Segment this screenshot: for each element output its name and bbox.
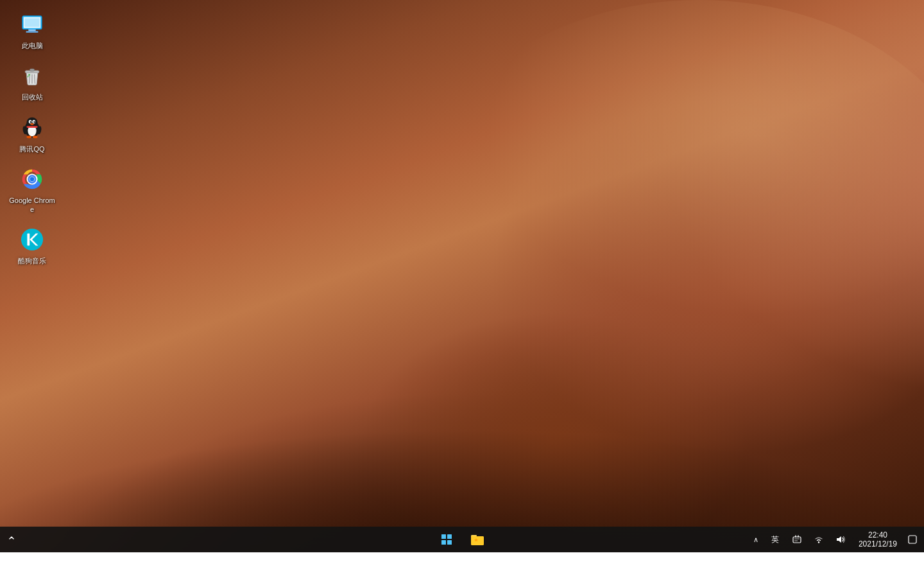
- svg-point-20: [26, 136, 31, 138]
- svg-rect-39: [798, 536, 799, 538]
- svg-point-18: [35, 121, 35, 121]
- desktop-icon-label-kugou: 酷狗音乐: [18, 256, 46, 265]
- svg-point-28: [30, 177, 35, 182]
- svg-rect-35: [793, 537, 801, 543]
- desktop-icon-my-computer[interactable]: 此电脑: [6, 6, 58, 55]
- clock-date: 2021/12/19: [859, 539, 897, 548]
- svg-point-12: [26, 117, 37, 127]
- notification-button[interactable]: [906, 530, 919, 548]
- desktop-icons: 此电脑 回收站: [6, 6, 58, 271]
- svg-line-9: [35, 74, 35, 83]
- clock-time: 22:40: [868, 530, 887, 539]
- desktop-icon-recycle-bin[interactable]: 回收站: [6, 58, 58, 107]
- kugou-icon: [19, 227, 45, 252]
- svg-point-21: [33, 136, 38, 138]
- qq-icon: [19, 115, 45, 141]
- svg-rect-6: [30, 69, 34, 71]
- svg-rect-22: [26, 126, 37, 128]
- language-text: 英: [771, 534, 779, 545]
- svg-rect-4: [25, 19, 40, 27]
- svg-point-16: [33, 121, 35, 123]
- tray-overflow-button[interactable]: [5, 530, 18, 548]
- desktop-icon-label-my-computer: 此电脑: [22, 41, 43, 50]
- svg-rect-41: [909, 536, 916, 543]
- svg-rect-3: [26, 31, 38, 32]
- taskbar-center: [432, 528, 492, 551]
- recycle-bin-icon: [19, 63, 45, 89]
- taskbar-right: ∧ 英: [749, 529, 919, 550]
- svg-rect-31: [441, 534, 446, 539]
- desktop-icon-label-recycle-bin: 回收站: [22, 92, 43, 101]
- desktop-icon-label-qq: 腾讯QQ: [19, 144, 44, 153]
- svg-point-40: [818, 541, 819, 543]
- svg-point-19: [30, 123, 34, 125]
- svg-rect-2: [28, 30, 35, 31]
- desktop-icon-qq[interactable]: 腾讯QQ: [6, 110, 58, 159]
- svg-point-17: [31, 121, 31, 121]
- ime-icon[interactable]: [788, 530, 806, 548]
- start-button[interactable]: [432, 528, 461, 551]
- desktop-icon-kugou[interactable]: 酷狗音乐: [6, 222, 58, 270]
- desktop-icon-label-chrome: Google Chrome: [9, 196, 55, 215]
- language-indicator[interactable]: 英: [766, 530, 784, 548]
- svg-rect-38: [795, 536, 796, 538]
- taskbar-left: [5, 530, 18, 548]
- desktop-icon-chrome[interactable]: Google Chrome: [6, 161, 58, 220]
- network-icon[interactable]: [810, 530, 828, 548]
- dune-curve: [0, 263, 924, 552]
- chrome-icon: [19, 166, 45, 192]
- svg-rect-34: [447, 540, 452, 545]
- svg-point-15: [30, 121, 31, 123]
- svg-rect-33: [441, 540, 446, 545]
- monitor-icon: [19, 12, 45, 37]
- desktop: 此电脑 回收站: [0, 0, 924, 552]
- volume-icon[interactable]: [832, 530, 850, 548]
- file-explorer-button[interactable]: [463, 528, 492, 551]
- taskbar: ∧ 英: [0, 527, 924, 552]
- svg-rect-30: [27, 234, 30, 246]
- clock-area[interactable]: 22:40 2021/12/19: [853, 529, 902, 550]
- svg-rect-32: [447, 534, 452, 539]
- system-tray-overflow[interactable]: ∧: [749, 530, 762, 548]
